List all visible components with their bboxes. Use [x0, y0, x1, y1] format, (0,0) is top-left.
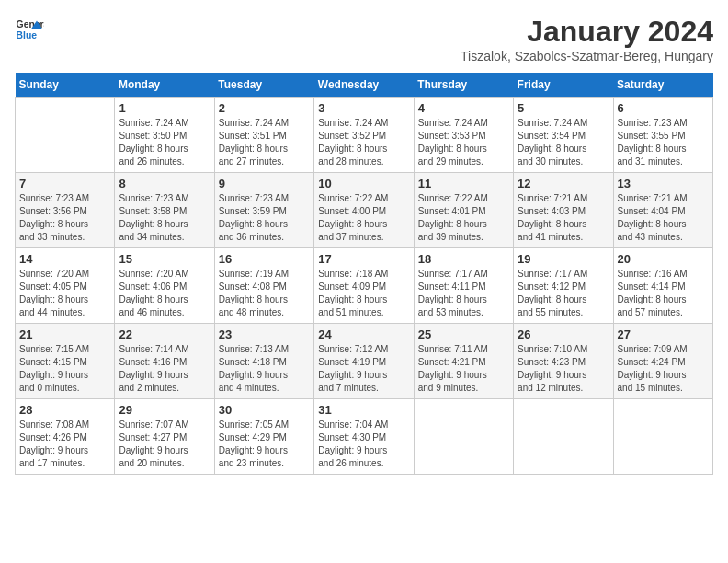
day-info: Sunrise: 7:24 AM Sunset: 3:54 PM Dayligh… [518, 117, 609, 168]
day-number: 17 [318, 252, 409, 266]
calendar-cell: 26Sunrise: 7:10 AM Sunset: 4:23 PM Dayli… [514, 324, 613, 399]
day-number: 7 [19, 177, 110, 190]
calendar-cell: 15Sunrise: 7:20 AM Sunset: 4:06 PM Dayli… [115, 248, 214, 324]
calendar-cell: 11Sunrise: 7:22 AM Sunset: 4:01 PM Dayli… [414, 173, 513, 248]
day-number: 15 [119, 252, 210, 266]
calendar-day-header: Monday [115, 73, 214, 98]
day-number: 1 [119, 101, 210, 115]
calendar-cell [16, 98, 115, 173]
day-number: 5 [518, 101, 609, 115]
day-info: Sunrise: 7:08 AM Sunset: 4:26 PM Dayligh… [19, 419, 110, 470]
day-number: 24 [318, 327, 409, 341]
day-info: Sunrise: 7:09 AM Sunset: 4:24 PM Dayligh… [618, 343, 709, 395]
calendar-day-header: Tuesday [214, 73, 313, 98]
day-info: Sunrise: 7:23 AM Sunset: 3:55 PM Dayligh… [618, 117, 709, 168]
day-info: Sunrise: 7:15 AM Sunset: 4:15 PM Dayligh… [19, 343, 110, 395]
calendar-cell: 24Sunrise: 7:12 AM Sunset: 4:19 PM Dayli… [314, 324, 414, 399]
day-number: 4 [418, 101, 509, 115]
calendar-day-header: Thursday [414, 73, 513, 98]
day-info: Sunrise: 7:04 AM Sunset: 4:30 PM Dayligh… [318, 419, 409, 470]
day-info: Sunrise: 7:20 AM Sunset: 4:05 PM Dayligh… [19, 268, 110, 319]
calendar-day-header: Friday [514, 73, 613, 98]
day-info: Sunrise: 7:13 AM Sunset: 4:18 PM Dayligh… [219, 343, 310, 395]
day-info: Sunrise: 7:24 AM Sunset: 3:50 PM Dayligh… [119, 117, 210, 168]
day-number: 16 [219, 252, 310, 266]
calendar-cell: 12Sunrise: 7:21 AM Sunset: 4:03 PM Dayli… [514, 173, 613, 248]
calendar-cell: 9Sunrise: 7:23 AM Sunset: 3:59 PM Daylig… [214, 173, 313, 248]
calendar-cell: 1Sunrise: 7:24 AM Sunset: 3:50 PM Daylig… [115, 98, 214, 173]
calendar-cell: 17Sunrise: 7:18 AM Sunset: 4:09 PM Dayli… [314, 248, 414, 324]
day-info: Sunrise: 7:17 AM Sunset: 4:11 PM Dayligh… [418, 268, 509, 319]
calendar-cell: 7Sunrise: 7:23 AM Sunset: 3:56 PM Daylig… [16, 173, 115, 248]
calendar-week-row: 7Sunrise: 7:23 AM Sunset: 3:56 PM Daylig… [16, 173, 713, 248]
calendar-cell: 20Sunrise: 7:16 AM Sunset: 4:14 PM Dayli… [613, 248, 712, 324]
day-number: 12 [518, 177, 609, 190]
calendar-cell: 25Sunrise: 7:11 AM Sunset: 4:21 PM Dayli… [414, 324, 513, 399]
day-number: 21 [19, 327, 110, 341]
day-info: Sunrise: 7:11 AM Sunset: 4:21 PM Dayligh… [418, 343, 509, 395]
calendar-cell: 23Sunrise: 7:13 AM Sunset: 4:18 PM Dayli… [214, 324, 313, 399]
calendar-cell: 27Sunrise: 7:09 AM Sunset: 4:24 PM Dayli… [613, 324, 712, 399]
day-number: 25 [418, 327, 509, 341]
calendar-cell: 8Sunrise: 7:23 AM Sunset: 3:58 PM Daylig… [115, 173, 214, 248]
day-info: Sunrise: 7:23 AM Sunset: 3:58 PM Dayligh… [119, 192, 210, 244]
title-block: January 2024 Tiszalok, Szabolcs-Szatmar-… [461, 15, 713, 63]
calendar-cell [514, 399, 613, 475]
day-number: 14 [19, 252, 110, 266]
day-number: 29 [119, 403, 210, 417]
day-number: 6 [618, 101, 709, 115]
day-number: 23 [219, 327, 310, 341]
calendar-cell: 10Sunrise: 7:22 AM Sunset: 4:00 PM Dayli… [314, 173, 414, 248]
day-info: Sunrise: 7:23 AM Sunset: 3:59 PM Dayligh… [219, 192, 310, 244]
calendar-cell: 5Sunrise: 7:24 AM Sunset: 3:54 PM Daylig… [514, 98, 613, 173]
day-info: Sunrise: 7:10 AM Sunset: 4:23 PM Dayligh… [518, 343, 609, 395]
day-number: 30 [219, 403, 310, 417]
calendar-day-header: Wednesday [314, 73, 414, 98]
day-number: 2 [219, 101, 310, 115]
calendar-day-header: Saturday [613, 73, 712, 98]
calendar-cell: 30Sunrise: 7:05 AM Sunset: 4:29 PM Dayli… [214, 399, 313, 475]
calendar-cell: 6Sunrise: 7:23 AM Sunset: 3:55 PM Daylig… [613, 98, 712, 173]
day-info: Sunrise: 7:14 AM Sunset: 4:16 PM Dayligh… [119, 343, 210, 395]
page-header: General Blue January 2024 Tiszalok, Szab… [15, 15, 713, 63]
calendar-cell [613, 399, 712, 475]
calendar-cell: 4Sunrise: 7:24 AM Sunset: 3:53 PM Daylig… [414, 98, 513, 173]
month-title: January 2024 [461, 15, 713, 49]
calendar-cell: 28Sunrise: 7:08 AM Sunset: 4:26 PM Dayli… [16, 399, 115, 475]
day-number: 26 [518, 327, 609, 341]
day-number: 31 [318, 403, 409, 417]
day-info: Sunrise: 7:23 AM Sunset: 3:56 PM Dayligh… [19, 192, 110, 244]
calendar-week-row: 1Sunrise: 7:24 AM Sunset: 3:50 PM Daylig… [16, 98, 713, 173]
calendar-cell: 3Sunrise: 7:24 AM Sunset: 3:52 PM Daylig… [314, 98, 414, 173]
day-info: Sunrise: 7:22 AM Sunset: 4:01 PM Dayligh… [418, 192, 509, 244]
day-info: Sunrise: 7:07 AM Sunset: 4:27 PM Dayligh… [119, 419, 210, 470]
day-number: 3 [318, 101, 409, 115]
day-info: Sunrise: 7:21 AM Sunset: 4:04 PM Dayligh… [618, 192, 709, 244]
day-number: 11 [418, 177, 509, 190]
day-info: Sunrise: 7:05 AM Sunset: 4:29 PM Dayligh… [219, 419, 310, 470]
day-info: Sunrise: 7:24 AM Sunset: 3:53 PM Dayligh… [418, 117, 509, 168]
day-info: Sunrise: 7:16 AM Sunset: 4:14 PM Dayligh… [618, 268, 709, 319]
calendar-table: SundayMondayTuesdayWednesdayThursdayFrid… [15, 73, 713, 475]
day-info: Sunrise: 7:22 AM Sunset: 4:00 PM Dayligh… [318, 192, 409, 244]
logo: General Blue [15, 15, 44, 44]
logo-icon: General Blue [15, 15, 44, 44]
day-info: Sunrise: 7:24 AM Sunset: 3:51 PM Dayligh… [219, 117, 310, 168]
day-number: 28 [19, 403, 110, 417]
calendar-cell: 29Sunrise: 7:07 AM Sunset: 4:27 PM Dayli… [115, 399, 214, 475]
calendar-cell: 18Sunrise: 7:17 AM Sunset: 4:11 PM Dayli… [414, 248, 513, 324]
day-number: 18 [418, 252, 509, 266]
calendar-cell: 13Sunrise: 7:21 AM Sunset: 4:04 PM Dayli… [613, 173, 712, 248]
calendar-cell: 31Sunrise: 7:04 AM Sunset: 4:30 PM Dayli… [314, 399, 414, 475]
calendar-cell: 16Sunrise: 7:19 AM Sunset: 4:08 PM Dayli… [214, 248, 313, 324]
day-number: 20 [618, 252, 709, 266]
day-number: 22 [119, 327, 210, 341]
day-number: 19 [518, 252, 609, 266]
day-info: Sunrise: 7:17 AM Sunset: 4:12 PM Dayligh… [518, 268, 609, 319]
day-number: 10 [318, 177, 409, 190]
day-info: Sunrise: 7:24 AM Sunset: 3:52 PM Dayligh… [318, 117, 409, 168]
calendar-cell: 21Sunrise: 7:15 AM Sunset: 4:15 PM Dayli… [16, 324, 115, 399]
day-info: Sunrise: 7:18 AM Sunset: 4:09 PM Dayligh… [318, 268, 409, 319]
calendar-cell: 2Sunrise: 7:24 AM Sunset: 3:51 PM Daylig… [214, 98, 313, 173]
calendar-cell [414, 399, 513, 475]
